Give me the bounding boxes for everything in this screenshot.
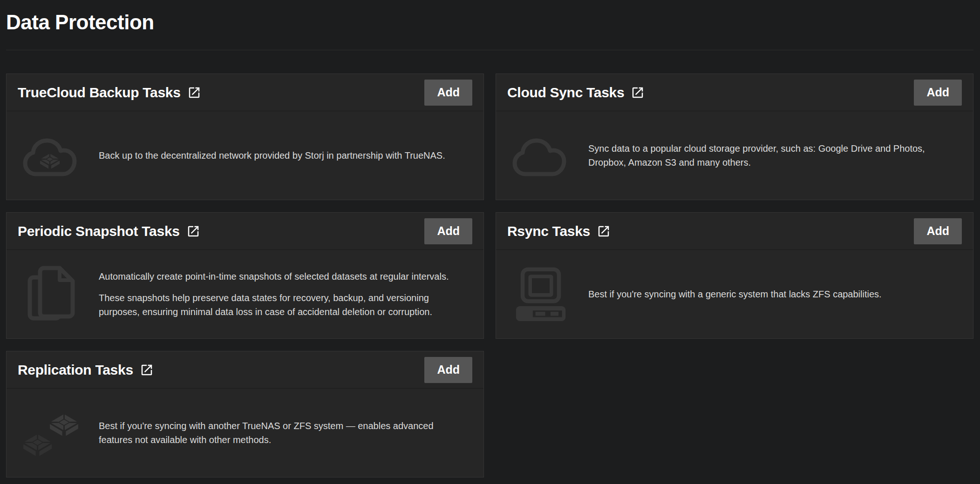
truecloud-backup-tasks-link[interactable]: TrueCloud Backup Tasks xyxy=(18,85,201,101)
periodic-snapshot-tasks-link[interactable]: Periodic Snapshot Tasks xyxy=(18,223,200,239)
card-body: Automatically create point-in-time snaps… xyxy=(7,250,483,338)
add-rsync-button[interactable]: Add xyxy=(914,218,962,244)
card-title-text: Periodic Snapshot Tasks xyxy=(18,223,180,239)
title-divider xyxy=(6,50,973,50)
replication-tasks-link[interactable]: Replication Tasks xyxy=(18,362,154,378)
snapshot-documents-icon xyxy=(22,265,80,323)
card-body: Best if you're syncing with another True… xyxy=(7,389,483,477)
card-header: Rsync Tasks Add xyxy=(496,213,973,250)
storj-cloud-icon xyxy=(22,133,80,178)
external-link-icon xyxy=(597,224,611,238)
page-title: Data Protection xyxy=(6,10,973,34)
card-header: TrueCloud Backup Tasks Add xyxy=(7,74,483,111)
card-periodic-snapshot-tasks: Periodic Snapshot Tasks Add Automaticall… xyxy=(6,212,484,339)
cloud-icon xyxy=(512,133,570,178)
add-truecloud-backup-button[interactable]: Add xyxy=(424,80,472,106)
card-title-text: Rsync Tasks xyxy=(507,223,590,239)
card-header: Replication Tasks Add xyxy=(7,351,483,389)
add-replication-button[interactable]: Add xyxy=(424,357,472,383)
card-header: Cloud Sync Tasks Add xyxy=(496,74,973,111)
card-description: Best if you're syncing with another True… xyxy=(99,419,465,447)
computer-icon xyxy=(512,267,570,321)
external-link-icon xyxy=(186,224,200,238)
card-replication-tasks: Replication Tasks Add xyxy=(6,351,484,477)
card-title-text: Replication Tasks xyxy=(18,362,133,378)
card-header: Periodic Snapshot Tasks Add xyxy=(7,213,483,250)
card-description: Automatically create point-in-time snaps… xyxy=(99,269,465,319)
add-periodic-snapshot-button[interactable]: Add xyxy=(424,218,472,244)
external-link-icon xyxy=(140,363,154,377)
card-description: Sync data to a popular cloud storage pro… xyxy=(588,141,954,169)
card-body: Best if you're syncing with a generic sy… xyxy=(496,250,973,338)
card-title-text: TrueCloud Backup Tasks xyxy=(18,85,181,101)
card-body: Back up to the decentralized network pro… xyxy=(7,111,483,200)
card-title-text: Cloud Sync Tasks xyxy=(507,85,624,101)
external-link-icon xyxy=(187,86,201,100)
card-truecloud-backup-tasks: TrueCloud Backup Tasks Add xyxy=(6,74,484,200)
add-cloud-sync-button[interactable]: Add xyxy=(914,80,962,106)
card-cloud-sync-tasks: Cloud Sync Tasks Add Sync data to a popu… xyxy=(496,74,973,200)
replication-cubes-icon xyxy=(22,409,80,457)
rsync-tasks-link[interactable]: Rsync Tasks xyxy=(507,223,611,239)
card-description: Best if you're syncing with a generic sy… xyxy=(588,287,882,301)
cloud-sync-tasks-link[interactable]: Cloud Sync Tasks xyxy=(507,85,645,101)
data-protection-page: Data Protection TrueCloud Backup Tasks A… xyxy=(0,0,980,484)
card-body: Sync data to a popular cloud storage pro… xyxy=(496,111,973,200)
external-link-icon xyxy=(631,86,645,100)
cards-grid: TrueCloud Backup Tasks Add xyxy=(6,74,973,477)
card-description: Back up to the decentralized network pro… xyxy=(99,148,445,162)
card-rsync-tasks: Rsync Tasks Add Best xyxy=(496,212,973,339)
